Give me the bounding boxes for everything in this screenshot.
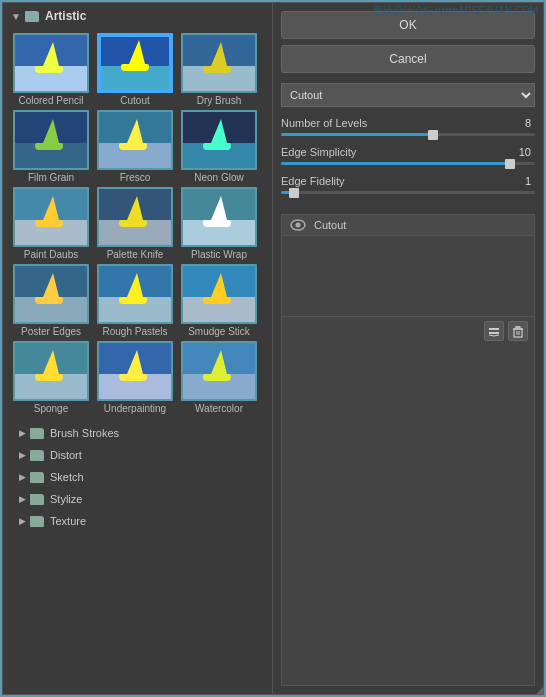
settings-panel: OK Cancel CutoutColored PencilDry BrushF… [273,3,543,694]
visibility-icon[interactable] [290,219,306,231]
layer-header: Cutout [282,215,534,236]
sub-category-sketch[interactable]: ▶Sketch [3,466,272,488]
add-layer-button[interactable] [484,321,504,341]
folder-icon [30,450,44,461]
filter-thumb-cutout[interactable]: Cutout [95,33,175,106]
sub-category-label: Texture [50,515,86,527]
filter-label-underpainting: Underpainting [104,403,166,414]
cancel-button[interactable]: Cancel [281,45,535,73]
folder-icon [30,494,44,505]
resize-handle[interactable]: ◢ [536,684,544,695]
param-row-2: Edge Fidelity1 [281,175,535,187]
sub-arrow: ▶ [19,494,26,504]
sub-category-distort[interactable]: ▶Distort [3,444,272,466]
filter-label-fresco: Fresco [120,172,151,183]
filter-label-neon-glow: Neon Glow [194,172,243,183]
sub-category-texture[interactable]: ▶Texture [3,510,272,532]
artistic-label: Artistic [45,9,86,23]
sub-category-label: Brush Strokes [50,427,119,439]
expand-arrow: ▼ [11,11,21,22]
svg-point-1 [296,223,301,228]
sub-categories: ▶Brush Strokes▶Distort▶Sketch▶Stylize▶Te… [3,422,272,532]
filter-thumb-rough-pastels[interactable]: Rough Pastels [95,264,175,337]
param-row-0: Number of Levels8 [281,117,535,129]
param-label-1: Edge Simplicity [281,146,507,158]
param-value-2: 1 [507,175,531,187]
svg-rect-4 [514,329,522,337]
sub-category-stylize[interactable]: ▶Stylize [3,488,272,510]
param-value-1: 10 [507,146,531,158]
filter-label-cutout: Cutout [120,95,149,106]
filter-label-colored-pencil: Colored Pencil [18,95,83,106]
filter-thumb-film-grain[interactable]: Film Grain [11,110,91,183]
svg-rect-2 [489,332,499,334]
filter-thumb-plastic-wrap[interactable]: Plastic Wrap [179,187,259,260]
filter-thumb-sponge[interactable]: Sponge [11,341,91,414]
param-label-0: Number of Levels [281,117,507,129]
slider-0[interactable] [281,133,535,136]
svg-rect-3 [489,328,499,330]
filter-thumb-palette-knife[interactable]: Palette Knife [95,187,175,260]
params-container: Number of Levels8Edge Simplicity10Edge F… [281,117,535,204]
sub-arrow: ▶ [19,450,26,460]
filter-label-rough-pastels: Rough Pastels [102,326,167,337]
filter-label-smudge-stick: Smudge Stick [188,326,250,337]
folder-icon [25,11,39,22]
filter-browser: ▼ Artistic Colored PencilCutoutDry Brush… [3,3,273,694]
filter-label-paint-daubs: Paint Daubs [24,249,78,260]
filter-thumb-smudge-stick[interactable]: Smudge Stick [179,264,259,337]
filter-label-watercolor: Watercolor [195,403,243,414]
filter-thumb-paint-daubs[interactable]: Paint Daubs [11,187,91,260]
filter-grid: Colored PencilCutoutDry BrushFilm GrainF… [3,29,272,422]
layer-body [282,236,534,316]
action-buttons: OK Cancel [281,11,535,73]
sub-category-brush-strokes[interactable]: ▶Brush Strokes [3,422,272,444]
param-row-1: Edge Simplicity10 [281,146,535,158]
artistic-category[interactable]: ▼ Artistic [3,3,272,29]
filter-thumb-underpainting[interactable]: Underpainting [95,341,175,414]
filter-thumb-colored-pencil[interactable]: Colored Pencil [11,33,91,106]
delete-layer-button[interactable] [508,321,528,341]
param-label-2: Edge Fidelity [281,175,507,187]
filter-label-film-grain: Film Grain [28,172,74,183]
watermark: 思缘设计论坛 www.MISSYUAN.COM [373,4,538,18]
filter-label-palette-knife: Palette Knife [107,249,164,260]
folder-icon [30,516,44,527]
filter-thumb-poster-edges[interactable]: Poster Edges [11,264,91,337]
filter-label-poster-edges: Poster Edges [21,326,81,337]
sub-arrow: ▶ [19,516,26,526]
layer-panel: Cutout [281,214,535,686]
filter-thumb-watercolor[interactable]: Watercolor [179,341,259,414]
filter-dropdown[interactable]: CutoutColored PencilDry BrushFilm GrainF… [281,83,535,107]
sub-category-label: Distort [50,449,82,461]
main-dialog: ▼ Artistic Colored PencilCutoutDry Brush… [2,2,544,695]
slider-1[interactable] [281,162,535,165]
slider-2[interactable] [281,191,535,194]
sub-category-label: Stylize [50,493,82,505]
filter-thumb-neon-glow[interactable]: Neon Glow [179,110,259,183]
filter-label-sponge: Sponge [34,403,68,414]
sub-arrow: ▶ [19,472,26,482]
sub-arrow: ▶ [19,428,26,438]
folder-icon [30,472,44,483]
filter-label-plastic-wrap: Plastic Wrap [191,249,247,260]
filter-thumb-dry-brush[interactable]: Dry Brush [179,33,259,106]
folder-icon [30,428,44,439]
layer-footer [282,316,534,345]
layer-name: Cutout [314,219,346,231]
param-value-0: 8 [507,117,531,129]
filter-label-dry-brush: Dry Brush [197,95,241,106]
filter-thumb-fresco[interactable]: Fresco [95,110,175,183]
sub-category-label: Sketch [50,471,84,483]
